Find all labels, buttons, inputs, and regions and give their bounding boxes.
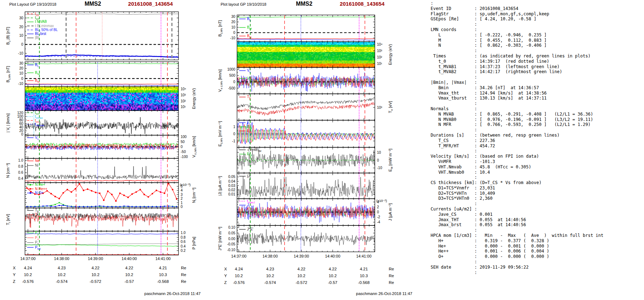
svg-text:N O+: N O+ (35, 191, 44, 195)
svg-text:10²: 10² (181, 99, 186, 103)
ephemeris-value: 10.2 (297, 274, 305, 278)
plot-footer: paschmann 26-Oct-2018 11:47 (356, 291, 412, 296)
svg-text:Ne: Ne (35, 159, 40, 163)
svg-text:Ni: Ni (35, 163, 38, 167)
svg-text:P [nPa]: P [nPa] (192, 237, 196, 250)
svg-text:N He++: N He++ (35, 187, 47, 191)
plot-svg-mid: 3020100-10BLMN [nT]BLBMBN10⁴10³10²10¹Ene… (211, 9, 423, 259)
svg-text:30: 30 (19, 61, 24, 65)
svg-text:0.8: 0.8 (18, 164, 23, 168)
svg-text:1: 1 (233, 125, 235, 129)
svg-text:20: 20 (19, 25, 24, 29)
svg-text:BLMN [nT]: BLMN [nT] (218, 20, 223, 36)
svg-text:0.10: 0.10 (228, 225, 236, 229)
svg-text:-0.10: -0.10 (227, 248, 235, 252)
svg-text:BL,|B| [nT]: BL,|B| [nT] (6, 27, 11, 45)
svg-text:10³: 10³ (377, 49, 382, 53)
left-plot-column: Plot Layout GP 19/10/2018 MMS2 20161008_… (0, 0, 211, 300)
ephemeris-value: 10.3 (159, 273, 167, 277)
ephemeris-value: 10.2 (91, 273, 99, 277)
svg-text:10: 10 (231, 25, 236, 29)
ephemeris-axis-label: X (13, 266, 16, 270)
svg-text:30: 30 (19, 16, 24, 20)
ephemeris-row: X4.244.234.224.224.21Re (0, 266, 211, 273)
svg-text:-10: -10 (18, 82, 24, 86)
svg-text:| Vi | [km/s]: | Vi | [km/s] (6, 113, 11, 132)
ephemeris-value: 10.2 (329, 274, 337, 278)
svg-text:0: 0 (181, 145, 183, 149)
ephemeris-row: Y10.210.210.210.210.3Re (211, 274, 423, 280)
svg-text:10⁴: 10⁴ (377, 42, 382, 46)
svg-text:N He+: N He+ (35, 183, 45, 187)
svg-text:4: 4 (181, 188, 183, 192)
ephemeris-value: 10.3 (360, 274, 368, 278)
svg-text:Pn: Pn (35, 236, 39, 241)
svg-text:Ni [cm⁻³]: Ni [cm⁻³] (192, 188, 197, 203)
svg-text:0: 0 (21, 132, 23, 136)
ephemeris-value: 4.23 (266, 267, 274, 271)
svg-text:0: 0 (233, 31, 235, 35)
svg-text:Energy (eV): Energy (eV) (388, 44, 392, 65)
svg-text:1.0: 1.0 (18, 158, 23, 162)
svg-text:1: 1 (181, 201, 183, 205)
svg-text:(x10⁻³): (x10⁻³) (180, 183, 191, 187)
ephemeris-value: -0.574 (264, 280, 276, 285)
svg-text:BM: BM (247, 25, 252, 30)
svg-text:2: 2 (377, 205, 379, 209)
svg-text:10³: 10³ (181, 93, 186, 97)
svg-text:0.00: 0.00 (228, 237, 236, 241)
ephemeris-row: X4.244.234.224.224.21Re (211, 267, 423, 274)
svg-text:-100: -100 (181, 155, 188, 159)
ephemeris-value: 10.2 (266, 274, 274, 278)
ephemeris-value: -0.576 (22, 279, 34, 284)
svg-text:50: 50 (181, 140, 185, 144)
ephemeris-value: -0.568 (358, 280, 370, 285)
svg-text:0.4: 0.4 (18, 177, 23, 180)
svg-text:|J| [μA m⁻²]: |J| [μA m⁻²] (218, 176, 222, 195)
svg-text:0: 0 (21, 42, 23, 46)
svg-text:BL: BL (247, 17, 251, 22)
svg-text:10¹: 10¹ (181, 105, 186, 109)
svg-text:J*E' [nW m⁻³]: J*E' [nW m⁻³] (218, 227, 222, 251)
svg-text:0.4: 0.4 (181, 244, 186, 248)
svg-text:Pp: Pp (35, 231, 39, 236)
svg-text:0: 0 (181, 205, 183, 209)
svg-text:0.03: 0.03 (228, 184, 236, 188)
ephemeris-value: -0.572 (296, 280, 307, 285)
svg-text:20: 20 (231, 20, 236, 24)
ephemeris-value: 10.2 (58, 273, 66, 277)
svg-text:0: 0 (377, 210, 379, 214)
ephemeris-axis-label: Z (224, 280, 227, 285)
ephemeris-value: 4.24 (235, 267, 243, 271)
ephemeris-unit: Re (389, 274, 394, 278)
ephemeris-value: 10.2 (235, 274, 243, 278)
svg-text:0.01: 0.01 (228, 192, 236, 196)
svg-text:0.05: 0.05 (228, 231, 236, 235)
ephemeris-value: 4.22 (297, 267, 305, 271)
svg-text:Te [eV]: Te [eV] (388, 101, 393, 113)
svg-text:Ti [eV]: Ti [eV] (6, 214, 11, 225)
svg-text:30: 30 (231, 15, 236, 19)
event-id: 20161008_143654 (340, 1, 384, 7)
svg-text:BL: BL (35, 63, 39, 68)
plot-title: MMS2 (265, 1, 343, 7)
svg-text:Vi LMN [km/s]: Vi LMN [km/s] (192, 136, 197, 158)
svg-text:10⁴: 10⁴ (181, 87, 186, 91)
svg-text:1000: 1000 (227, 67, 236, 71)
ephemeris-value: 4.22 (329, 267, 337, 271)
ephemeris-value: -0.57 (125, 279, 134, 284)
layout-note: Plot layout GP 19/10/2018 (221, 2, 266, 6)
event-summary-text: : Event ID : 20161008_143654 FlagStr : s… (428, 1, 644, 275)
ephemeris-value: -0.568 (157, 279, 169, 284)
svg-text:100: 100 (181, 135, 187, 139)
ephemeris-value: 4.24 (24, 266, 32, 270)
svg-text:|J|: |J| (247, 174, 251, 178)
ephemeris-value: 4.22 (125, 266, 133, 270)
ephemeris-value: 4.21 (360, 267, 368, 271)
ephemeris-axis-label: Y (13, 273, 16, 277)
svg-text:0.8: 0.8 (181, 235, 186, 239)
svg-text:0.2: 0.2 (181, 249, 186, 253)
svg-text:20: 20 (19, 66, 24, 70)
plot-footer: paschmann 26-Oct-2018 11:47 (144, 291, 201, 296)
svg-text:0.04: 0.04 (228, 179, 236, 183)
